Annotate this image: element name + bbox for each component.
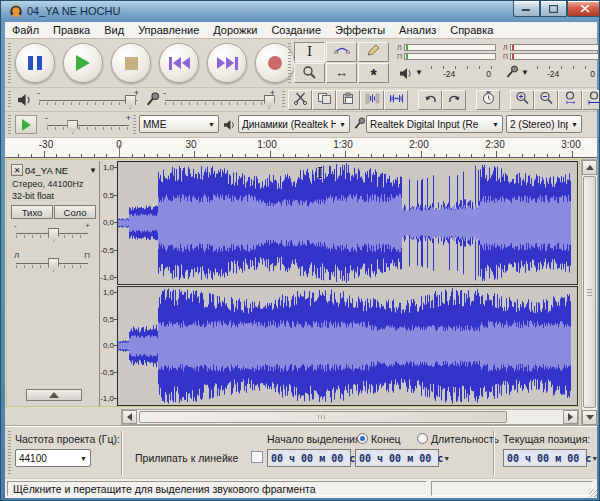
menu-эффекты[interactable]: Эффекты [328, 23, 392, 37]
vertical-scroll-thumb[interactable] [583, 176, 596, 408]
playback-meter-bar-left [404, 44, 496, 51]
playback-speed-slider[interactable]: - + [45, 116, 131, 132]
scroll-left-button[interactable] [122, 410, 137, 424]
zoom-out-button[interactable] [534, 90, 558, 110]
vertical-scale-channel-2[interactable]: 1,00,50,0-0,5-1,0 [100, 286, 117, 406]
zoom-tool-button[interactable] [294, 63, 325, 83]
horizontal-scroll-thumb[interactable] [139, 411, 507, 423]
minimize-button[interactable] [513, 1, 540, 17]
stop-button[interactable] [111, 43, 151, 83]
pan-thumb[interactable] [48, 258, 59, 272]
length-radio-label[interactable]: Длительность [431, 433, 499, 445]
time-shift-tool-button[interactable]: ↔ [326, 63, 357, 83]
input-volume-slider[interactable]: - + [163, 91, 275, 107]
copy-button[interactable] [312, 90, 336, 110]
gain-thumb[interactable] [48, 228, 59, 242]
skip-to-end-button[interactable] [207, 43, 247, 83]
mixer-toolbar-grip[interactable] [8, 91, 11, 109]
title-bar[interactable]: 04_YA NE HOCHU [1, 1, 600, 22]
scroll-right-button[interactable] [563, 410, 578, 424]
input-channels-select[interactable]: 2 (Stereo) Inp▼ [506, 115, 582, 133]
track-name-menu[interactable]: 04_YA NE ▼ [25, 164, 97, 176]
project-rate-select[interactable]: 44100▼ [15, 449, 91, 467]
menu-правка[interactable]: Правка [46, 23, 97, 37]
track-pan-slider[interactable]: Л П [14, 254, 90, 270]
recording-meter[interactable]: Л П ▼ -24 0 [501, 42, 600, 85]
trim-outside-button[interactable] [360, 90, 384, 110]
track-collapse-button[interactable] [26, 389, 82, 401]
edit-toolbar-grip[interactable] [282, 91, 285, 109]
snap-to-checkbox[interactable] [251, 451, 263, 463]
redo-icon [447, 91, 462, 109]
mute-button[interactable]: Тихо [11, 205, 53, 219]
waveform-channel-2[interactable] [117, 286, 578, 406]
device-toolbar-grip[interactable] [133, 115, 136, 135]
input-volume-thumb[interactable] [264, 95, 275, 109]
transport-toolbar-grip[interactable] [8, 43, 11, 84]
divider [493, 431, 495, 475]
timeline-ruler[interactable]: -300301:001:302:002:303:00 [5, 138, 597, 158]
output-device-select[interactable]: Динамики (Realtek Higl▼ [238, 115, 350, 133]
cut-button[interactable] [288, 90, 312, 110]
vertical-scrollbar[interactable] [581, 159, 598, 425]
paste-button[interactable] [336, 90, 360, 110]
playback-meter-dropdown[interactable]: ▼ [415, 68, 423, 77]
redo-button[interactable] [442, 90, 466, 110]
selection-start-field[interactable]: 00 ч 00 м 00 с▼ [267, 449, 351, 467]
selection-toolbar-grip[interactable] [8, 431, 11, 475]
scale-label: 1,0 [100, 164, 114, 172]
menu-файл[interactable]: Файл [5, 23, 46, 37]
sync-lock-button[interactable] [476, 90, 500, 110]
output-volume-slider[interactable]: - + [37, 91, 139, 107]
playback-speed-thumb[interactable] [67, 120, 78, 134]
gain-min-label: - [14, 222, 17, 230]
selection-tool-button[interactable]: I [294, 42, 325, 62]
output-volume-thumb[interactable] [125, 95, 136, 109]
project-rate-label: Частота проекта (Гц): [15, 433, 120, 445]
zoom-in-button[interactable] [510, 90, 534, 110]
vertical-scale-channel-1[interactable]: 1,00,50,0-0,5-1,0 [100, 161, 117, 285]
selection-end-field[interactable]: 00 ч 00 м 00 с▼ [355, 449, 439, 467]
pause-button[interactable] [15, 43, 55, 83]
audio-host-select[interactable]: MME▼ [139, 115, 219, 133]
scroll-down-button[interactable] [582, 410, 597, 425]
horizontal-scrollbar[interactable] [121, 409, 579, 425]
menu-справка[interactable]: Справка [443, 23, 500, 37]
menu-анализ[interactable]: Анализ [392, 23, 443, 37]
status-message: Щёлкните и перетащите для выделения звук… [13, 483, 316, 495]
length-radio[interactable] [417, 433, 428, 444]
recording-meter-dropdown[interactable]: ▼ [521, 68, 529, 77]
track-gain-slider[interactable]: - + [14, 224, 90, 240]
playback-meter[interactable]: Л П ▼ -24 0 [395, 42, 498, 85]
scale-low: -24 [547, 69, 559, 79]
timeline-tick [434, 154, 435, 157]
input-device-select[interactable]: Realtek Digital Input (Rе▼ [366, 115, 503, 133]
fit-project-button[interactable] [582, 90, 600, 110]
tools-toolbar-grip[interactable] [288, 43, 291, 84]
end-radio[interactable] [357, 433, 368, 444]
play-at-speed-button[interactable] [15, 115, 37, 134]
play-button[interactable] [63, 43, 103, 83]
skip-to-start-button[interactable] [159, 43, 199, 83]
draw-tool-button[interactable] [358, 42, 389, 62]
maximize-button[interactable] [540, 1, 567, 17]
transcription-toolbar-grip[interactable] [8, 115, 11, 135]
multi-tool-button[interactable]: * [358, 63, 389, 83]
menu-вид[interactable]: Вид [97, 23, 131, 37]
scroll-up-button[interactable] [582, 160, 597, 175]
menu-управление[interactable]: Управление [131, 23, 206, 37]
end-radio-label[interactable]: Конец [371, 433, 401, 445]
resize-grip[interactable] [589, 489, 597, 497]
audio-position-field[interactable]: 00 ч 00 м 00 с▼ [503, 449, 587, 467]
silence-button[interactable] [384, 90, 408, 110]
undo-button[interactable] [418, 90, 442, 110]
undo-icon [423, 91, 438, 109]
fit-selection-button[interactable] [558, 90, 582, 110]
menu-дорожки[interactable]: Дорожки [206, 23, 264, 37]
track-close-button[interactable]: ✕ [11, 164, 23, 176]
waveform-channel-1[interactable] [117, 161, 578, 285]
menu-создание[interactable]: Создание [264, 23, 328, 37]
solo-button[interactable]: Соло [54, 205, 96, 219]
close-button[interactable] [567, 1, 600, 17]
envelope-tool-button[interactable] [326, 42, 357, 62]
